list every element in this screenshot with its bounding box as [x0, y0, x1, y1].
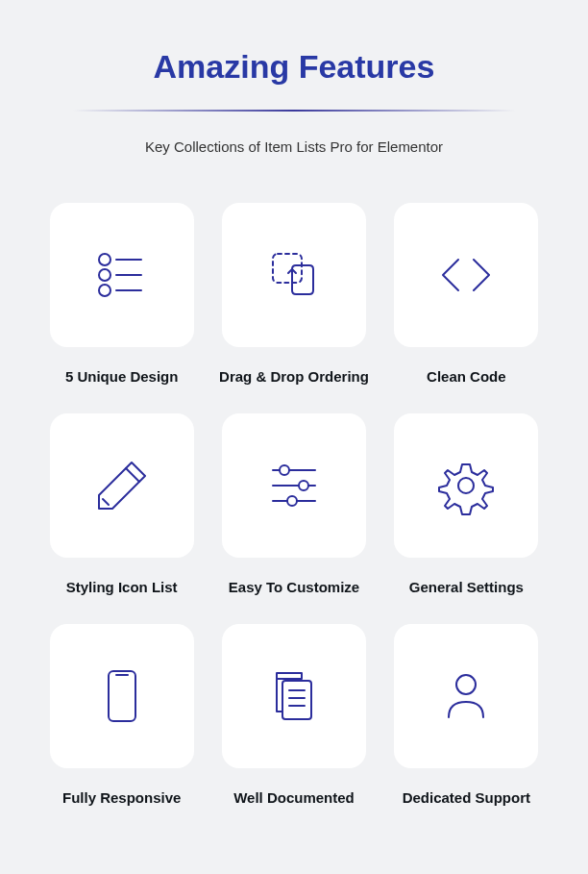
feature-customize: Easy To Customize	[211, 413, 376, 595]
svg-rect-6	[273, 254, 302, 283]
feature-drag-drop: Drag & Drop Ordering	[211, 203, 376, 385]
feature-card	[222, 413, 366, 558]
feature-settings: General Settings	[384, 413, 549, 595]
title-divider	[73, 110, 515, 112]
svg-point-12	[299, 481, 308, 490]
user-icon	[435, 665, 497, 727]
feature-card	[394, 203, 538, 347]
sliders-icon	[263, 455, 325, 516]
svg-point-10	[280, 465, 289, 475]
feature-card	[50, 624, 194, 768]
svg-point-4	[99, 285, 110, 296]
phone-icon	[91, 665, 153, 727]
feature-styling-icon: Styling Icon List	[39, 413, 204, 595]
page-subtitle: Key Collections of Item Lists Pro for El…	[145, 138, 443, 155]
feature-clean-code: Clean Code	[384, 203, 549, 385]
code-icon	[435, 244, 497, 306]
feature-label: Styling Icon List	[66, 579, 178, 595]
feature-card	[394, 413, 538, 558]
svg-point-14	[287, 496, 297, 506]
gear-icon	[435, 455, 497, 516]
page-title: Amazing Features	[154, 48, 435, 86]
svg-point-2	[99, 269, 110, 281]
document-icon	[263, 665, 325, 727]
feature-card	[50, 413, 194, 558]
feature-support: Dedicated Support	[384, 624, 549, 806]
list-icon	[91, 244, 153, 306]
feature-label: Clean Code	[427, 368, 506, 385]
svg-rect-18	[282, 681, 311, 719]
feature-label: 5 Unique Design	[65, 368, 179, 385]
feature-label: Drag & Drop Ordering	[219, 368, 369, 385]
feature-card	[394, 624, 538, 768]
feature-card	[222, 203, 366, 347]
svg-line-8	[103, 499, 109, 505]
feature-label: General Settings	[409, 579, 524, 595]
features-section: Amazing Features Key Collections of Item…	[38, 48, 550, 806]
feature-label: Easy To Customize	[229, 579, 359, 595]
feature-unique-design: 5 Unique Design	[39, 203, 204, 385]
feature-label: Dedicated Support	[403, 789, 530, 806]
feature-responsive: Fully Responsive	[39, 624, 204, 806]
drag-drop-icon	[263, 244, 325, 306]
svg-point-22	[456, 675, 476, 694]
svg-point-0	[99, 254, 110, 265]
features-grid: 5 Unique Design Drag & Drop Ordering Cle…	[39, 203, 549, 806]
feature-label: Fully Responsive	[62, 789, 181, 806]
svg-point-15	[458, 478, 474, 493]
svg-line-7	[126, 468, 139, 482]
feature-label: Well Documented	[233, 789, 355, 806]
pencil-icon	[91, 455, 153, 516]
feature-card	[50, 203, 194, 347]
feature-card	[222, 624, 366, 768]
svg-rect-16	[109, 671, 135, 721]
feature-documented: Well Documented	[211, 624, 376, 806]
